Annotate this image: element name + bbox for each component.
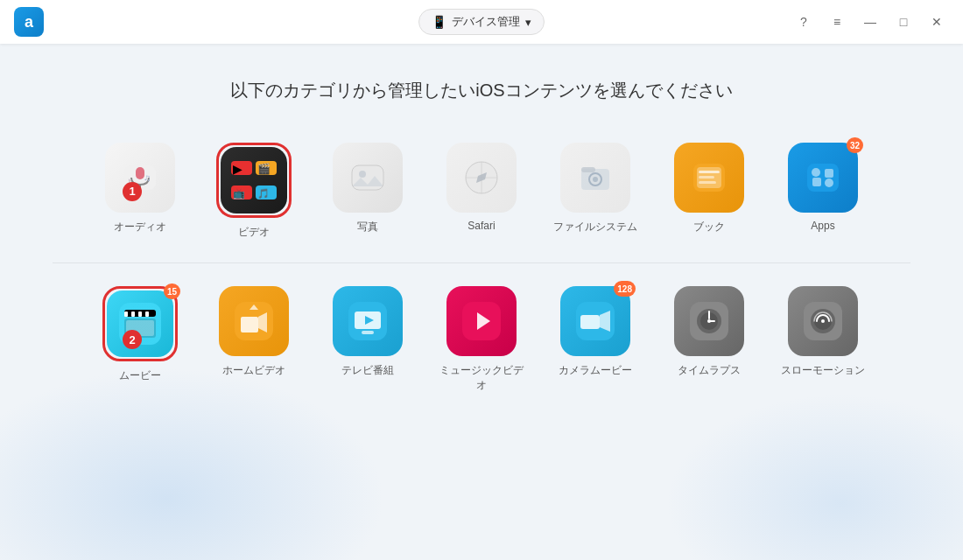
audio-label: オーディオ [114,220,166,234]
video-label: ビデオ [238,225,270,240]
movie-icon-wrapper [107,290,173,357]
video-cell-1: ▶ [231,161,252,175]
safari-icon-wrapper [446,143,517,213]
menu-button[interactable]: ≡ [825,10,849,34]
phone-icon: 📱 [432,15,446,29]
slowmo-icon-wrapper [788,286,858,356]
category-safari[interactable]: Safari [433,137,530,245]
safari-label: Safari [467,220,495,232]
dropdown-arrow: ▾ [525,16,531,29]
svg-rect-39 [241,317,258,332]
svg-point-26 [812,168,820,177]
page-title: 以下のカテゴリから管理したいiOSコンテンツを選んでください [53,79,910,102]
musicvideo-icon-wrapper [446,286,517,356]
svg-text:♫: ♫ [144,172,151,183]
minimize-button[interactable]: — [858,10,882,34]
title-bar-right: ? ≡ — □ ✕ [791,10,949,34]
category-timelapse[interactable]: タイムラプス [661,281,757,398]
maximize-button[interactable]: □ [891,10,916,34]
svg-text:🎵: 🎵 [257,187,270,200]
timelapse-label: タイムラプス [678,363,741,378]
category-musicvideo[interactable]: ミュージックビデオ [433,281,530,398]
category-slowmo[interactable]: スローモーション [775,281,871,398]
apps-icon-wrapper: 32 [788,143,858,213]
movie-selected-border: 15 [102,286,178,361]
svg-rect-49 [580,315,600,329]
row2-with-badge: 2 [53,281,910,398]
help-button[interactable]: ? [791,10,816,34]
filesystem-icon-wrapper [560,143,630,213]
cameramovie-badge: 128 [614,281,636,297]
device-management-button[interactable]: 📱 デバイス管理 ▾ [418,9,545,35]
video-cell-3: 📺 [231,186,252,200]
row1-with-badge: 1 ♪ ♫ [53,137,910,245]
tvshow-icon-wrapper [333,286,403,356]
svg-point-56 [707,319,711,323]
apps-label: Apps [811,220,834,232]
category-video[interactable]: ▶ 🎬 📺 🎵 ビデ [206,137,302,245]
svg-text:🎬: 🎬 [257,162,271,175]
homevideo-label: ホームビデオ [222,363,285,378]
category-row-2: 2 [53,281,910,398]
svg-rect-22 [699,171,720,173]
video-icon-wrapper: ▶ 🎬 📺 🎵 [221,147,287,214]
step-badge-1: 1 [123,182,142,201]
row1-grid: ♪ ♫ オーディオ ▶ 🎬 [92,137,871,245]
video-cell-2: 🎬 [256,161,277,175]
svg-rect-17 [581,167,595,172]
category-photo[interactable]: 写真 [320,137,416,245]
cameramovie-icon-wrapper: 128 [560,286,630,356]
category-filesystem[interactable]: ファイルシステム [547,137,643,245]
svg-rect-25 [807,164,839,192]
svg-rect-35 [145,312,149,317]
category-apps[interactable]: 32 Apps [775,137,871,245]
step-badge-2: 2 [123,330,142,349]
cameramovie-label: カメラムービー [559,363,632,378]
svg-text:📺: 📺 [233,187,245,200]
title-bar-center: 📱 デバイス管理 ▾ [418,9,545,35]
category-book[interactable]: ブック [661,137,757,245]
svg-rect-23 [699,176,714,178]
movie-label: ムービー [119,368,161,383]
movie-badge: 15 [164,284,180,299]
svg-point-29 [825,178,833,187]
svg-rect-34 [138,312,142,317]
tvshow-label: テレビ番組 [341,363,394,378]
book-label: ブック [693,220,725,234]
timelapse-icon-wrapper [674,286,744,356]
svg-rect-27 [812,178,821,186]
svg-rect-32 [124,312,128,317]
svg-point-19 [593,177,598,182]
filesystem-label: ファイルシステム [553,220,637,234]
audio-icon-wrapper: ♪ ♫ [105,143,175,213]
svg-point-60 [821,319,825,323]
main-content: 以下のカテゴリから管理したいiOSコンテンツを選んでください 1 [0,44,963,442]
close-button[interactable]: ✕ [924,10,949,34]
homevideo-icon-wrapper [219,286,289,356]
book-icon-wrapper [674,143,744,213]
photo-label: 写真 [357,220,378,234]
svg-text:▶: ▶ [233,162,243,175]
category-row-1: 1 ♪ ♫ [53,137,910,245]
video-selected-border: ▶ 🎬 📺 🎵 [216,143,292,218]
svg-point-10 [359,171,366,178]
svg-rect-44 [362,331,374,334]
svg-rect-24 [699,181,716,184]
video-cell-4: 🎵 [256,186,277,200]
svg-rect-33 [131,312,135,317]
category-cameramovie[interactable]: 128 カメラムービー [547,281,643,398]
photo-icon-wrapper [333,143,403,213]
title-bar-left: a [14,7,44,37]
slowmo-label: スローモーション [781,363,865,378]
app-logo: a [14,7,44,37]
row2-grid: 15 ムービー ホームビデオ [92,281,871,398]
musicvideo-label: ミュージックビデオ [439,363,524,393]
apps-badge: 32 [847,137,863,153]
title-bar: a 📱 デバイス管理 ▾ ? ≡ — □ ✕ [0,0,963,44]
category-homevideo[interactable]: ホームビデオ [206,281,302,398]
row-divider [53,262,910,263]
category-tvshow[interactable]: テレビ番組 [320,281,416,398]
device-label: デバイス管理 [452,14,520,30]
svg-rect-28 [825,169,833,178]
